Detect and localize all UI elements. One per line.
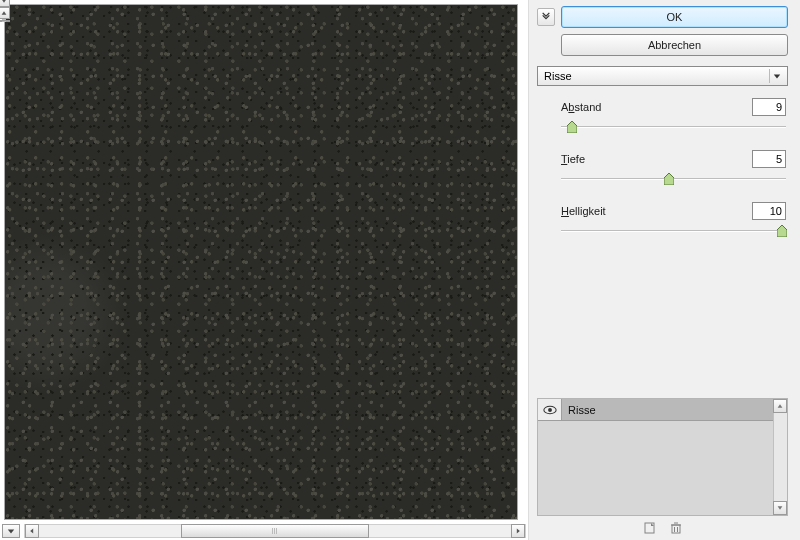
scroll-left-button[interactable] [25,524,39,538]
filter-preset-dropdown[interactable]: Risse [537,66,788,86]
filter-preset-selected: Risse [544,70,572,82]
controls-panel: OK Abbrechen Risse Abstand [528,0,800,540]
svg-point-1 [548,408,552,412]
slider-tiefe-value[interactable] [752,150,786,168]
slider-thumb[interactable] [664,173,674,185]
preview-vertical-scrollbar[interactable] [0,6,10,8]
scroll-thumb[interactable] [0,20,10,22]
effect-layers-panel: Risse [537,398,788,516]
layers-vertical-scrollbar[interactable] [773,399,787,515]
slider-helligkeit: Helligkeit [561,202,786,238]
slider-tiefe-track[interactable] [561,172,786,186]
slider-thumb[interactable] [567,121,577,133]
slider-helligkeit-label: Helligkeit [561,205,606,217]
slider-abstand-track[interactable] [561,120,786,134]
svg-rect-3 [672,525,680,533]
scroll-up-button[interactable] [773,399,787,413]
chevron-down-icon [769,69,783,83]
slider-helligkeit-track[interactable] [561,224,786,238]
delete-effect-layer-button[interactable] [668,520,684,536]
ok-button[interactable]: OK [561,6,788,28]
slider-abstand: Abstand [561,98,786,134]
visibility-toggle[interactable] [538,399,562,420]
eye-icon [543,405,557,415]
preview-panel [0,0,528,540]
slider-helligkeit-value[interactable] [752,202,786,220]
effect-layer-name: Risse [562,404,596,416]
cancel-button[interactable]: Abbrechen [561,34,788,56]
preview-viewport[interactable] [4,4,518,520]
slider-abstand-label: Abstand [561,101,601,113]
preview-image [5,5,517,519]
scroll-right-button[interactable] [511,524,525,538]
slider-abstand-value[interactable] [752,98,786,116]
effect-layer-row[interactable]: Risse [538,399,773,421]
scroll-up-button[interactable] [0,7,10,19]
scroll-down-button[interactable] [0,0,10,7]
preview-horizontal-scrollbar[interactable] [24,524,526,538]
new-effect-layer-button[interactable] [642,520,658,536]
slider-tiefe: Tiefe [561,150,786,186]
slider-thumb[interactable] [777,225,787,237]
scroll-thumb[interactable] [181,524,369,538]
scroll-down-button[interactable] [773,501,787,515]
collapse-panel-button[interactable] [537,8,555,26]
svg-rect-2 [645,523,654,533]
slider-tiefe-label: Tiefe [561,153,585,165]
zoom-menu-button[interactable] [2,524,20,538]
